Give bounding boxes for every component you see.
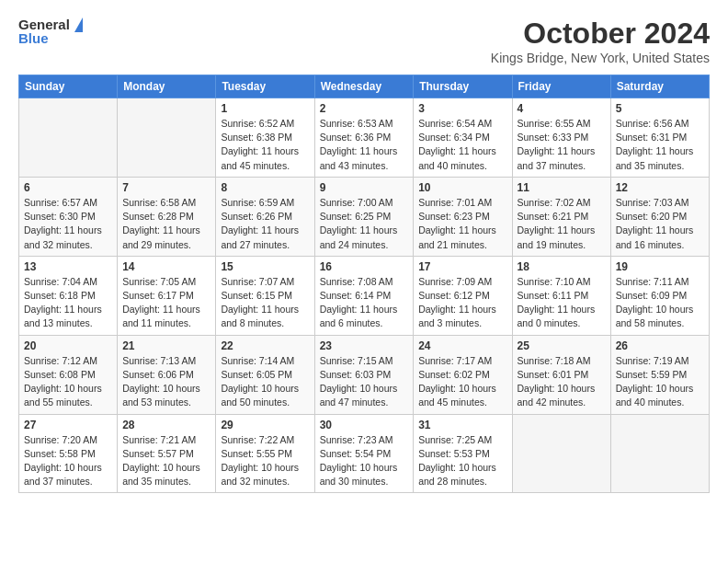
day-number: 13 bbox=[24, 260, 112, 273]
day-number: 2 bbox=[320, 102, 409, 115]
day-info: Sunrise: 7:25 AMSunset: 5:53 PMDaylight:… bbox=[418, 433, 506, 489]
day-info: Sunrise: 7:15 AMSunset: 6:03 PMDaylight:… bbox=[320, 354, 409, 410]
calendar-cell: 3Sunrise: 6:54 AMSunset: 6:34 PMDaylight… bbox=[414, 98, 512, 178]
day-info: Sunrise: 7:20 AMSunset: 5:58 PMDaylight:… bbox=[24, 433, 112, 489]
day-info: Sunrise: 6:52 AMSunset: 6:38 PMDaylight:… bbox=[221, 117, 309, 173]
day-number: 27 bbox=[24, 419, 112, 431]
day-number: 14 bbox=[122, 260, 210, 273]
calendar-cell: 23Sunrise: 7:15 AMSunset: 6:03 PMDayligh… bbox=[314, 335, 414, 414]
day-number: 17 bbox=[418, 260, 506, 273]
calendar-cell bbox=[610, 414, 709, 493]
day-number: 5 bbox=[616, 102, 704, 115]
day-info: Sunrise: 7:13 AMSunset: 6:06 PMDaylight:… bbox=[122, 354, 210, 410]
day-info: Sunrise: 7:08 AMSunset: 6:14 PMDaylight:… bbox=[320, 275, 409, 331]
calendar-cell: 19Sunrise: 7:11 AMSunset: 6:09 PMDayligh… bbox=[610, 256, 709, 335]
day-number: 3 bbox=[418, 102, 506, 115]
calendar-week-row: 13Sunrise: 7:04 AMSunset: 6:18 PMDayligh… bbox=[19, 256, 710, 335]
day-info: Sunrise: 7:11 AMSunset: 6:09 PMDaylight:… bbox=[616, 275, 704, 331]
calendar-cell: 30Sunrise: 7:23 AMSunset: 5:54 PMDayligh… bbox=[314, 414, 414, 493]
calendar-cell: 31Sunrise: 7:25 AMSunset: 5:53 PMDayligh… bbox=[414, 414, 512, 493]
day-info: Sunrise: 7:04 AMSunset: 6:18 PMDaylight:… bbox=[24, 275, 112, 331]
calendar: SundayMondayTuesdayWednesdayThursdayFrid… bbox=[18, 75, 710, 493]
calendar-cell: 28Sunrise: 7:21 AMSunset: 5:57 PMDayligh… bbox=[118, 414, 216, 493]
calendar-cell: 12Sunrise: 7:03 AMSunset: 6:20 PMDayligh… bbox=[610, 177, 709, 256]
day-info: Sunrise: 6:55 AMSunset: 6:33 PMDaylight:… bbox=[518, 117, 606, 173]
logo: General Blue bbox=[18, 17, 83, 46]
calendar-cell: 13Sunrise: 7:04 AMSunset: 6:18 PMDayligh… bbox=[19, 256, 118, 335]
calendar-cell: 9Sunrise: 7:00 AMSunset: 6:25 PMDaylight… bbox=[314, 177, 414, 256]
calendar-cell: 29Sunrise: 7:22 AMSunset: 5:55 PMDayligh… bbox=[216, 414, 314, 493]
day-number: 8 bbox=[221, 181, 309, 194]
month-title: October 2024 bbox=[491, 17, 710, 51]
day-number: 31 bbox=[418, 419, 506, 431]
calendar-cell: 5Sunrise: 6:56 AMSunset: 6:31 PMDaylight… bbox=[610, 98, 709, 178]
day-number: 19 bbox=[616, 260, 704, 273]
calendar-cell: 1Sunrise: 6:52 AMSunset: 6:38 PMDaylight… bbox=[216, 98, 314, 178]
header: General Blue October 2024 Kings Bridge, … bbox=[18, 17, 710, 65]
day-number: 29 bbox=[221, 419, 309, 431]
calendar-cell: 14Sunrise: 7:05 AMSunset: 6:17 PMDayligh… bbox=[118, 256, 216, 335]
calendar-header-row: SundayMondayTuesdayWednesdayThursdayFrid… bbox=[19, 75, 710, 98]
calendar-cell: 17Sunrise: 7:09 AMSunset: 6:12 PMDayligh… bbox=[414, 256, 512, 335]
day-number: 15 bbox=[221, 260, 309, 273]
day-number: 30 bbox=[320, 419, 409, 431]
weekday-header: Thursday bbox=[414, 75, 512, 98]
logo-blue: Blue bbox=[18, 30, 49, 46]
day-number: 1 bbox=[221, 102, 309, 115]
day-number: 12 bbox=[616, 181, 704, 194]
weekday-header: Saturday bbox=[610, 75, 709, 98]
calendar-cell: 15Sunrise: 7:07 AMSunset: 6:15 PMDayligh… bbox=[216, 256, 314, 335]
weekday-header: Wednesday bbox=[314, 75, 414, 98]
page: General Blue October 2024 Kings Bridge, … bbox=[0, 0, 728, 510]
day-info: Sunrise: 7:22 AMSunset: 5:55 PMDaylight:… bbox=[221, 433, 309, 489]
calendar-cell: 8Sunrise: 6:59 AMSunset: 6:26 PMDaylight… bbox=[216, 177, 314, 256]
day-number: 25 bbox=[518, 339, 606, 352]
day-number: 21 bbox=[122, 339, 210, 352]
day-number: 22 bbox=[221, 339, 309, 352]
day-info: Sunrise: 6:57 AMSunset: 6:30 PMDaylight:… bbox=[24, 196, 112, 252]
day-info: Sunrise: 7:14 AMSunset: 6:05 PMDaylight:… bbox=[221, 354, 309, 410]
calendar-cell: 16Sunrise: 7:08 AMSunset: 6:14 PMDayligh… bbox=[314, 256, 414, 335]
day-number: 28 bbox=[122, 419, 210, 431]
calendar-cell: 2Sunrise: 6:53 AMSunset: 6:36 PMDaylight… bbox=[314, 98, 414, 178]
calendar-cell: 26Sunrise: 7:19 AMSunset: 5:59 PMDayligh… bbox=[610, 335, 709, 414]
day-info: Sunrise: 7:10 AMSunset: 6:11 PMDaylight:… bbox=[518, 275, 606, 331]
logo-triangle-icon bbox=[74, 17, 83, 32]
calendar-cell: 18Sunrise: 7:10 AMSunset: 6:11 PMDayligh… bbox=[512, 256, 610, 335]
day-number: 9 bbox=[320, 181, 409, 194]
day-info: Sunrise: 7:00 AMSunset: 6:25 PMDaylight:… bbox=[320, 196, 409, 252]
day-info: Sunrise: 7:17 AMSunset: 6:02 PMDaylight:… bbox=[418, 354, 506, 410]
day-number: 10 bbox=[418, 181, 506, 194]
day-number: 16 bbox=[320, 260, 409, 273]
calendar-week-row: 6Sunrise: 6:57 AMSunset: 6:30 PMDaylight… bbox=[19, 177, 710, 256]
day-number: 6 bbox=[24, 181, 112, 194]
calendar-cell: 22Sunrise: 7:14 AMSunset: 6:05 PMDayligh… bbox=[216, 335, 314, 414]
day-info: Sunrise: 6:58 AMSunset: 6:28 PMDaylight:… bbox=[122, 196, 210, 252]
day-number: 4 bbox=[518, 102, 606, 115]
day-number: 18 bbox=[518, 260, 606, 273]
day-info: Sunrise: 7:21 AMSunset: 5:57 PMDaylight:… bbox=[122, 433, 210, 489]
calendar-cell: 21Sunrise: 7:13 AMSunset: 6:06 PMDayligh… bbox=[118, 335, 216, 414]
day-info: Sunrise: 7:18 AMSunset: 6:01 PMDaylight:… bbox=[518, 354, 606, 410]
day-info: Sunrise: 6:56 AMSunset: 6:31 PMDaylight:… bbox=[616, 117, 704, 173]
calendar-cell: 4Sunrise: 6:55 AMSunset: 6:33 PMDaylight… bbox=[512, 98, 610, 178]
day-info: Sunrise: 7:09 AMSunset: 6:12 PMDaylight:… bbox=[418, 275, 506, 331]
day-number: 11 bbox=[518, 181, 606, 194]
day-number: 24 bbox=[418, 339, 506, 352]
day-info: Sunrise: 7:07 AMSunset: 6:15 PMDaylight:… bbox=[221, 275, 309, 331]
weekday-header: Friday bbox=[512, 75, 610, 98]
day-info: Sunrise: 7:02 AMSunset: 6:21 PMDaylight:… bbox=[518, 196, 606, 252]
day-info: Sunrise: 6:59 AMSunset: 6:26 PMDaylight:… bbox=[221, 196, 309, 252]
calendar-cell bbox=[512, 414, 610, 493]
location: Kings Bridge, New York, United States bbox=[491, 51, 710, 65]
weekday-header: Monday bbox=[118, 75, 216, 98]
day-info: Sunrise: 7:05 AMSunset: 6:17 PMDaylight:… bbox=[122, 275, 210, 331]
calendar-cell bbox=[118, 98, 216, 178]
day-number: 7 bbox=[122, 181, 210, 194]
day-info: Sunrise: 7:12 AMSunset: 6:08 PMDaylight:… bbox=[24, 354, 112, 410]
calendar-cell: 20Sunrise: 7:12 AMSunset: 6:08 PMDayligh… bbox=[19, 335, 118, 414]
weekday-header: Sunday bbox=[19, 75, 118, 98]
header-right: October 2024 Kings Bridge, New York, Uni… bbox=[491, 17, 710, 65]
calendar-cell: 24Sunrise: 7:17 AMSunset: 6:02 PMDayligh… bbox=[414, 335, 512, 414]
day-info: Sunrise: 7:03 AMSunset: 6:20 PMDaylight:… bbox=[616, 196, 704, 252]
